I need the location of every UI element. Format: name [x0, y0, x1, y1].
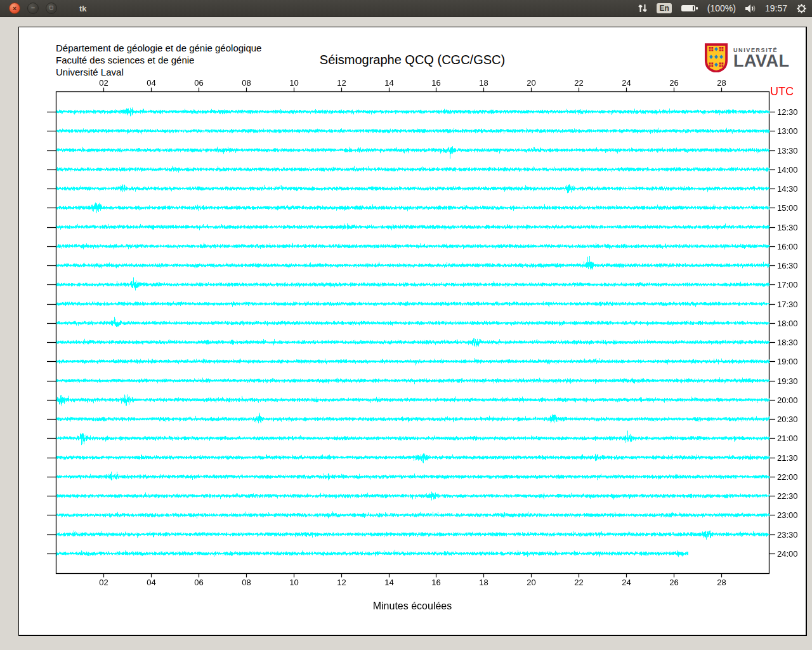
battery-percent: (100%)	[707, 3, 736, 13]
session-gear-icon[interactable]	[796, 3, 807, 14]
battery-icon[interactable]	[681, 4, 698, 13]
maximize-icon: ◻	[49, 5, 54, 10]
helicorder-plot	[19, 27, 806, 635]
utc-axis-label: UTC	[770, 85, 794, 98]
keyboard-layout-badge[interactable]: En	[657, 3, 671, 13]
clock[interactable]: 19:57	[765, 3, 787, 13]
network-arrows-icon[interactable]	[638, 3, 648, 13]
window-controls: × − ◻	[9, 3, 57, 14]
window-titlebar: × − ◻ tk En (100%) 19:57	[0, 0, 812, 17]
maximize-button[interactable]: ◻	[46, 3, 57, 14]
system-tray: En (100%) 19:57	[638, 0, 807, 17]
close-button[interactable]: ×	[9, 3, 20, 14]
window-title: tk	[79, 4, 87, 13]
seismograph-page: Département de géologie et de génie géol…	[18, 27, 807, 636]
xaxis-label: Minutes écoulées	[56, 600, 769, 612]
minimize-button[interactable]: −	[27, 3, 39, 14]
volume-icon[interactable]	[745, 4, 756, 13]
minimize-icon: −	[31, 4, 35, 11]
